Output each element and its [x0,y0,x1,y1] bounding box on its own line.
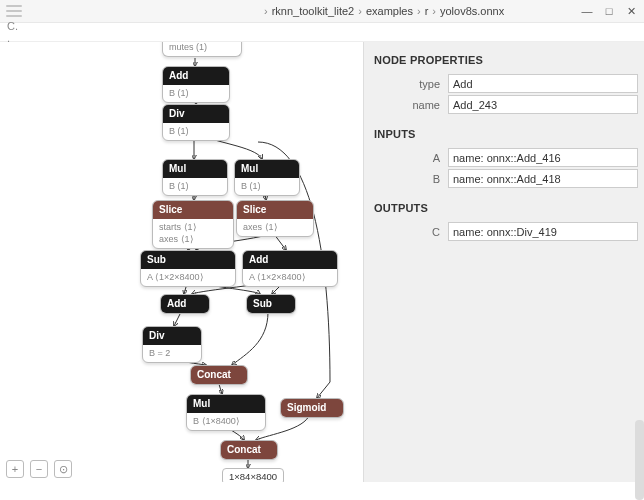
node-detail: A ⟨1×2×8400⟩ [141,269,235,286]
graph-node-add[interactable]: AddA ⟨1×2×8400⟩ [242,250,338,287]
node-title: Sub [247,295,295,313]
graph-node-slice[interactable]: Slicestarts ⟨1⟩axes ⟨1⟩ [152,200,234,249]
node-title: Div [163,105,229,123]
graph-node-sub[interactable]: SubA ⟨1×2×8400⟩ [140,250,236,287]
chevron-right-icon: › [358,5,362,17]
node-title: Add [161,295,209,313]
node-title: Sub [141,251,235,269]
node-title: Add [243,251,337,269]
graph-pane[interactable]: mutes (1)AddB (1)DivB (1)MulB (1)MulB (1… [0,42,363,482]
node-title: Slice [237,201,313,219]
graph-node-sub[interactable]: Sub [246,294,296,314]
graph-node-mul[interactable]: MulB ⟨1×8400⟩ [186,394,266,431]
zoom-out-button[interactable]: − [30,460,48,478]
node-detail: B ⟨1×8400⟩ [187,413,265,430]
main: mutes (1)AddB (1)DivB (1)MulB (1)MulB (1… [0,42,644,482]
crumb-item[interactable]: examples [366,5,413,17]
node-title: Sigmoid [281,399,343,417]
title-bar: › rknn_toolkit_lite2 › examples › r › yo… [0,0,644,23]
output-c-field[interactable] [448,222,638,241]
prop-type-label: type [364,78,448,90]
node-detail: B (1) [163,123,229,140]
prop-name-field[interactable] [448,95,638,114]
node-detail: A ⟨1×2×8400⟩ [243,269,337,286]
node-title: Mul [163,160,227,178]
zoom-toolbar: + − ⊙ [6,460,78,478]
chevron-right-icon: › [417,5,421,17]
crumb-item[interactable]: rknn_toolkit_lite2 [272,5,355,17]
graph-node-sigmoid[interactable]: Sigmoid [280,398,344,418]
chevron-right-icon: › [432,5,436,17]
graph-node-add[interactable]: Add [160,294,210,314]
graph-node-concat[interactable]: Concat [190,365,248,385]
graph-node-div[interactable]: DivB (1) [162,104,230,141]
node-title: Mul [187,395,265,413]
toolbar: C. . [0,23,644,42]
graph-node-mul[interactable]: MulB (1) [234,159,300,196]
node-detail: B (1) [163,85,229,102]
graph-node-node[interactable]: mutes (1) [162,42,242,57]
hamburger-icon[interactable] [6,5,22,17]
node-detail: mutes (1) [163,42,241,56]
prop-name-label: name [364,99,448,111]
fit-button[interactable]: ⊙ [54,460,72,478]
node-title: Concat [191,366,247,384]
output-slot-label: C [364,226,448,238]
crumb-item[interactable]: r [425,5,429,17]
input-slot-label: B [364,173,448,185]
node-detail: B (1) [235,178,299,195]
tensor-shape-label: 1×84×8400 [222,468,284,482]
graph-node-slice[interactable]: Sliceaxes ⟨1⟩ [236,200,314,237]
graph-node-add[interactable]: AddB (1) [162,66,230,103]
scrollbar[interactable] [635,420,644,500]
crumb-item[interactable]: yolov8s.onnx [440,5,504,17]
zoom-in-button[interactable]: + [6,460,24,478]
graph-node-mul[interactable]: MulB (1) [162,159,228,196]
node-detail: B (1) [163,178,227,195]
chevron-right-icon: › [264,5,268,17]
node-detail: B = 2 [143,345,201,362]
input-b-field[interactable] [448,169,638,188]
node-title: Add [163,67,229,85]
input-slot-label: A [364,152,448,164]
node-title: Slice [153,201,233,219]
section-inputs: INPUTS [364,124,644,146]
graph-node-concat[interactable]: Concat [220,440,278,460]
graph-node-div[interactable]: DivB = 2 [142,326,202,363]
node-title: Mul [235,160,299,178]
input-a-field[interactable] [448,148,638,167]
node-title: Concat [221,441,277,459]
breadcrumb: › rknn_toolkit_lite2 › examples › r › yo… [260,5,572,17]
node-detail: axes ⟨1⟩ [237,219,313,236]
node-detail: starts ⟨1⟩axes ⟨1⟩ [153,219,233,248]
properties-panel: NODE PROPERTIES type name INPUTS A B OUT… [363,42,644,482]
maximize-button[interactable]: □ [602,4,616,18]
toolbar-left-label[interactable]: C. . [6,24,24,40]
minimize-button[interactable]: — [580,4,594,18]
section-node-properties: NODE PROPERTIES [364,50,644,72]
section-outputs: OUTPUTS [364,198,644,220]
node-title: Div [143,327,201,345]
close-button[interactable]: ✕ [624,4,638,18]
prop-type-field[interactable] [448,74,638,93]
